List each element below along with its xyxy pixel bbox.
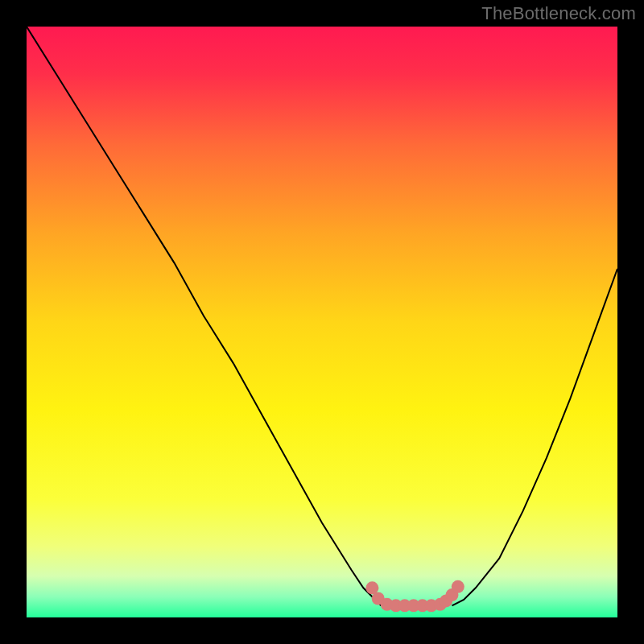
watermark-text: TheBottleneck.com xyxy=(481,3,636,24)
right-curve xyxy=(452,269,617,605)
curve-layer xyxy=(27,27,617,617)
plot-area xyxy=(27,27,617,617)
valley-dot xyxy=(452,580,464,593)
valley-dots xyxy=(365,580,464,612)
left-curve xyxy=(27,27,381,605)
